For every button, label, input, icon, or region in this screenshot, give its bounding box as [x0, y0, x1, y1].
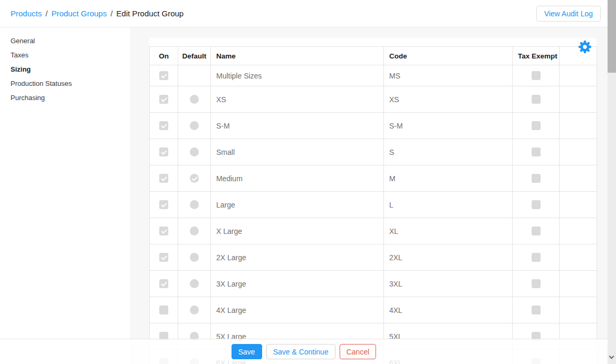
size-name: 4X Large — [211, 297, 384, 323]
tax-exempt-cell — [513, 139, 560, 165]
save-and-continue-button[interactable]: Save & Continue — [266, 344, 335, 359]
row-extra-cell — [560, 139, 597, 165]
default-radio[interactable] — [190, 174, 199, 183]
sidebar-item-general[interactable]: General — [11, 34, 120, 48]
tax-exempt-cell — [513, 165, 560, 192]
row-extra-cell — [560, 86, 597, 113]
column-header-tax-exempt: Tax Exempt — [513, 47, 560, 65]
row-extra-cell — [560, 113, 597, 139]
on-checkbox[interactable] — [159, 95, 168, 104]
edit-product-group-screen: Products / Product Groups / Edit Product… — [0, 0, 616, 364]
sizes-table: OnDefaultNameCodeTax Exempt Multiple Siz… — [149, 46, 597, 364]
tax-exempt-checkbox[interactable] — [532, 279, 541, 288]
on-cell — [150, 65, 178, 86]
on-checkbox[interactable] — [159, 227, 168, 235]
breadcrumb-current-page: Edit Product Group — [117, 9, 184, 18]
default-cell — [178, 139, 211, 165]
column-header-name: Name — [211, 47, 384, 65]
default-radio[interactable] — [190, 121, 199, 130]
on-cell — [150, 113, 178, 139]
tax-exempt-cell — [513, 271, 560, 297]
table-row: Multiple SizesMS — [150, 65, 597, 86]
on-checkbox[interactable] — [159, 306, 168, 314]
tax-exempt-checkbox[interactable] — [532, 253, 541, 262]
sidebar-item-purchasing[interactable]: Purchasing — [11, 91, 120, 105]
scrollbar-thumb[interactable] — [608, 0, 616, 73]
row-extra-cell — [560, 271, 597, 297]
size-code: XL — [384, 218, 513, 244]
size-name: S-M — [211, 113, 384, 139]
on-checkbox[interactable] — [159, 71, 168, 80]
view-audit-log-button[interactable]: View Audit Log — [536, 6, 601, 22]
default-radio[interactable] — [190, 200, 199, 209]
default-radio[interactable] — [190, 306, 199, 314]
on-checkbox[interactable] — [159, 279, 168, 288]
default-radio[interactable] — [190, 253, 199, 262]
breadcrumb: Products / Product Groups / Edit Product… — [0, 9, 184, 18]
column-header-default: Default — [178, 47, 211, 65]
size-code: XS — [384, 86, 513, 113]
size-code: S-M — [384, 113, 513, 139]
on-cell — [150, 218, 178, 244]
size-code: L — [384, 192, 513, 218]
table-row: 3X Large3XL — [150, 271, 597, 297]
size-name: 2X Large — [211, 244, 384, 271]
table-row: 4X Large4XL — [150, 297, 597, 323]
table-row: X LargeXL — [150, 218, 597, 244]
table-row: SmallS — [150, 139, 597, 165]
size-name: Large — [211, 192, 384, 218]
on-checkbox[interactable] — [159, 121, 168, 130]
row-extra-cell — [560, 244, 597, 271]
tax-exempt-checkbox[interactable] — [532, 227, 541, 235]
on-checkbox[interactable] — [159, 147, 168, 156]
table-row: LargeL — [150, 192, 597, 218]
default-radio[interactable] — [190, 95, 199, 104]
size-code: 4XL — [384, 297, 513, 323]
breadcrumb-link-product-groups[interactable]: Product Groups — [51, 9, 107, 18]
table-row: 2X Large2XL — [150, 244, 597, 271]
sidebar-item-production-statuses[interactable]: Production Statuses — [11, 76, 120, 91]
size-code: 3XL — [384, 271, 513, 297]
sidebar: GeneralTaxesSizingProduction StatusesPur… — [0, 27, 131, 364]
size-name: X Large — [211, 218, 384, 244]
default-radio[interactable] — [190, 147, 199, 156]
tax-exempt-checkbox[interactable] — [532, 174, 541, 183]
default-radio[interactable] — [190, 279, 199, 288]
default-cell — [178, 65, 211, 86]
sidebar-item-sizing[interactable]: Sizing — [11, 62, 120, 76]
tax-exempt-cell — [513, 65, 560, 86]
default-cell — [178, 86, 211, 113]
tax-exempt-checkbox[interactable] — [532, 200, 541, 209]
tax-exempt-checkbox[interactable] — [532, 121, 541, 130]
size-name: 3X Large — [211, 271, 384, 297]
cancel-button[interactable]: Cancel — [340, 344, 377, 359]
on-cell — [150, 271, 178, 297]
chevron-down-icon[interactable] — [609, 354, 614, 359]
scrollbar[interactable] — [608, 0, 616, 364]
default-cell — [178, 192, 211, 218]
sidebar-item-taxes[interactable]: Taxes — [11, 48, 120, 62]
default-cell — [178, 165, 211, 192]
tax-exempt-checkbox[interactable] — [532, 71, 541, 80]
settings-gear-icon[interactable] — [578, 40, 592, 54]
size-name: XS — [211, 86, 384, 113]
size-code: 2XL — [384, 244, 513, 271]
on-checkbox[interactable] — [159, 200, 168, 209]
tax-exempt-checkbox[interactable] — [532, 147, 541, 156]
on-checkbox[interactable] — [159, 174, 168, 183]
default-cell — [178, 297, 211, 323]
tax-exempt-cell — [513, 244, 560, 271]
row-extra-cell — [560, 218, 597, 244]
breadcrumb-link-products[interactable]: Products — [11, 9, 42, 18]
tax-exempt-checkbox[interactable] — [532, 95, 541, 104]
save-button[interactable]: Save — [232, 344, 262, 359]
size-name: Medium — [211, 165, 384, 192]
top-bar: Products / Product Groups / Edit Product… — [0, 0, 616, 27]
default-radio[interactable] — [190, 227, 199, 235]
tax-exempt-cell — [513, 192, 560, 218]
tax-exempt-checkbox[interactable] — [532, 306, 541, 314]
on-cell — [150, 244, 178, 271]
table-row: XSXS — [150, 86, 597, 113]
breadcrumb-separator: / — [45, 9, 47, 18]
on-checkbox[interactable] — [159, 253, 168, 262]
